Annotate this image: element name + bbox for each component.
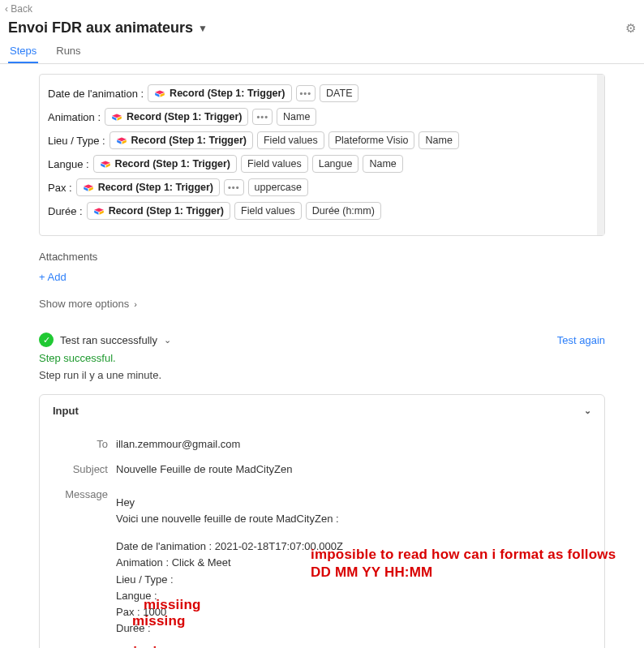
param-token[interactable]: Durée (h:mm) (306, 202, 381, 220)
test-again-button[interactable]: Test again (557, 334, 605, 346)
show-more-options[interactable]: Show more options › (39, 298, 605, 310)
annotation-missing-3: missing (121, 644, 174, 648)
editor-row: Pax :Record (Step 1: Trigger)•••uppercas… (48, 178, 596, 196)
back-link[interactable]: ‹ Back (0, 0, 644, 15)
param-token[interactable]: Plateforme Visio (328, 131, 415, 149)
input-panel: Input ⌄ To illan.zemmour@gmail.com Subje… (39, 394, 605, 648)
record-token[interactable]: Record (Step 1: Trigger) (76, 178, 220, 196)
param-token[interactable]: Field values (241, 155, 308, 173)
row-label: Pax : (48, 182, 72, 194)
more-token[interactable]: ••• (224, 179, 244, 195)
record-token[interactable]: Record (Step 1: Trigger) (87, 202, 230, 220)
more-token[interactable]: ••• (252, 109, 273, 125)
airtable-icon (93, 205, 105, 217)
editor-row: Date de l'animation :Record (Step 1: Tri… (48, 84, 596, 102)
input-body: To illan.zemmour@gmail.com Subject Nouve… (40, 427, 604, 648)
param-token[interactable]: Name (277, 108, 316, 126)
scrollbar[interactable] (597, 75, 604, 235)
airtable-icon (154, 88, 165, 99)
param-token[interactable]: Field values (234, 202, 302, 220)
tabs: Steps Runs (0, 38, 644, 64)
message-editor[interactable]: Date de l'animation :Record (Step 1: Tri… (39, 74, 605, 236)
record-token[interactable]: Record (Step 1: Trigger) (105, 108, 248, 126)
record-token[interactable]: Record (Step 1: Trigger) (109, 131, 253, 149)
row-label: Date de l'animation : (48, 88, 144, 100)
settings-icon[interactable]: ⚙ (625, 21, 636, 36)
record-token[interactable]: Record (Step 1: Trigger) (148, 84, 291, 102)
editor-row: Lieu / Type :Record (Step 1: Trigger)Fie… (48, 131, 596, 149)
param-token[interactable]: Name (363, 155, 402, 173)
chevron-down-icon: ⌄ (164, 335, 171, 345)
check-icon: ✓ (39, 333, 54, 347)
annotation-missing-1: missiing (144, 597, 201, 613)
step-success-text: Step successful. (39, 352, 605, 364)
test-status[interactable]: ✓ Test ran successfully ⌄ (39, 333, 171, 347)
more-token[interactable]: ••• (296, 85, 316, 101)
row-label: Langue : (48, 158, 89, 170)
airtable-icon (116, 135, 127, 146)
step-time-text: Step run il y a une minute. (39, 369, 605, 381)
param-token[interactable]: Field values (257, 131, 324, 149)
row-label: Lieu / Type : (48, 135, 105, 147)
record-token[interactable]: Record (Step 1: Trigger) (93, 155, 237, 173)
airtable-icon (83, 182, 94, 193)
param-token[interactable]: Langue (312, 155, 359, 173)
param-token[interactable]: uppercase (248, 178, 308, 196)
chevron-down-icon: ▼ (198, 23, 208, 34)
input-header-label: Input (53, 405, 79, 417)
message-line: Durée : (116, 620, 582, 637)
tab-steps[interactable]: Steps (8, 38, 38, 63)
field-subject: Subject Nouvelle Feuille de route MadCit… (62, 457, 582, 482)
airtable-icon (100, 158, 111, 170)
annotation-format-2: DD MM YY HH:MM (311, 564, 432, 581)
row-label: Animation : (48, 111, 101, 123)
row-label: Durée : (48, 205, 83, 217)
chevron-right-icon: › (134, 299, 137, 309)
tab-runs[interactable]: Runs (54, 38, 82, 63)
show-more-label: Show more options (39, 298, 129, 310)
editor-row: Langue :Record (Step 1: Trigger)Field va… (48, 155, 596, 173)
param-token[interactable]: DATE (320, 84, 358, 102)
page-title[interactable]: Envoi FDR aux animateurs ▼ (8, 19, 208, 36)
title-text: Envoi FDR aux animateurs (8, 19, 193, 36)
param-token[interactable]: Name (419, 131, 458, 149)
input-panel-header[interactable]: Input ⌄ (40, 395, 604, 427)
airtable-icon (111, 111, 122, 122)
add-attachment-button[interactable]: + Add (39, 271, 605, 283)
editor-row: Durée :Record (Step 1: Trigger)Field val… (48, 202, 596, 220)
editor-row: Animation :Record (Step 1: Trigger)•••Na… (48, 108, 596, 126)
field-to: To illan.zemmour@gmail.com (62, 431, 582, 457)
annotation-format-1: imposible to read how can i format as fo… (311, 547, 616, 563)
attachments-label: Attachments (39, 251, 605, 263)
annotation-missing-2: missing (132, 613, 186, 629)
chevron-down-icon: ⌄ (584, 406, 591, 416)
test-status-text: Test ran successfully (60, 334, 157, 346)
